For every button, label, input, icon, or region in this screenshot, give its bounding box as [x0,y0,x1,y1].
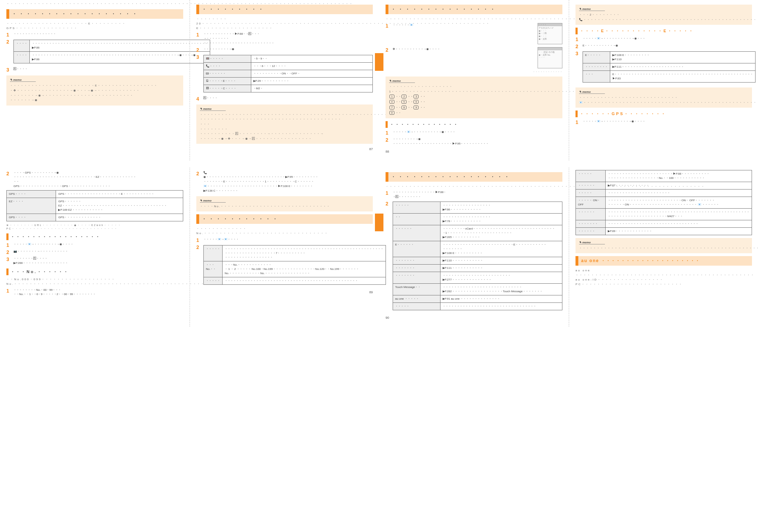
memo-header: memo [579,7,605,11]
step-text: 📷・・・・・・・→・・・・・・・・・・ [13,249,183,255]
step-text: ・・・・・・・・・→◉ [203,47,373,53]
heading-91: ・・・・・・・・・・・・・・・・・ [386,172,562,182]
cell-label: ・・ [393,213,440,225]
memo-body: ・・・・・・・・・・・・・・・・・・・・・・・・・・・・・・・・・・・・・・・・… [200,112,369,141]
page-88-left: ・・・・・・・・・ ・・・・・・・・20・・・・・・・・・・・・・・・・・・・・… [190,0,379,160]
subheading-p89: ・・・・・・・・・・・・・ [386,121,562,128]
cell-value: ▶P.111・・・・・・・・・・・・・・・・・・・・・・ [610,63,756,71]
body-91: ・・・・・・・・・・・・・・・・・・・・・・・・・・・・・・・・・・・・・・・・… [386,185,562,189]
subheading-text: ・・・No.・・・・・・ [11,270,69,274]
cell-value: ・・・・・・・・・・・・・・・・・・・・・・・・・・・・・・・・・・・・・・・・… [606,208,752,220]
step-number: 1 [386,23,391,46]
cell-value: ・・・・・・・・・・・・・・・・・・・・・・・・・・・・・・・・・・・・・・・・… [30,40,210,52]
cell-label: ・・・No.・・ [204,261,223,277]
cell-value: ▶P.111・・・・・・・・・・・ [440,264,562,272]
side-tab [379,53,383,71]
phone-screen-2: ・・ 設定 その他 ◉・太郎 No. ・・・ [538,47,562,68]
cell-label: 📼・・・・・ [204,55,251,62]
cell-label: ・・・・・ [204,277,223,284]
cell-value: E・・・・・・・・・・・・・・・・・・・・・・・・・・・・・・・・・・・・・・・… [610,71,756,83]
step-number: 2 [6,171,11,189]
keypad-key: 6 [414,100,419,104]
step-text: ・・・・・📧→・・・・・・・・・→◉・・・・ [393,130,562,136]
cell-value: ▶P.29・・・・・・・・・・ [251,77,372,85]
memo-p88: memo ・・・・・・・・・・・・・・・・・・・・・・・・・・・・・・・・・・・… [196,104,373,144]
body-auone: au one ・・・・・・・・・・・・・・・・・・・・・・・・・・・・・・・・・… [575,268,752,287]
cell-value: ・・・・・・・・・・・・・・・・・・・・・・・・・・・・ ▶P.282・・・・・… [440,283,562,295]
step-text: ✥・・・・・・・・・・→◉・・・・ [393,47,440,51]
subheading-img: ・・・・・・・・・・・・・・・・・ [6,233,183,240]
cell-label: ・・・・・ [576,170,606,182]
page-88-right: ・・・・・・・・・・・・・・・ ・・・・・・・・・・・・・・・・・・・・・・・・… [379,0,569,160]
step-number: 1 [386,130,391,136]
step-number: 1 [386,190,391,199]
cell-value: ・・・・・・・・・・・・・・・・・・・・・・・・ ▶P.277・・・・・・・・・… [440,272,562,283]
subheading-text: ・・・・E・・・・・・・・・・・E・・・・・ [580,29,694,33]
step-number: 1 [6,242,11,248]
cell-value: ▶P.87・・・・・・・・・・・・ [606,182,752,189]
keypad-key: 4 [389,100,394,104]
memo-92: memo ・・・・・・・・・・・・・・・・・・・・・・・・・・・・・・・・・・・… [575,238,752,254]
keypad-key: 5 [402,100,406,104]
cell-value: ・5・9・・ [251,55,372,62]
options-table-p90a: E・・・・・▶P.108 E・・・・・・・・・ ▶P.110・・・・・・・・▶P… [583,51,756,83]
memo-header: memo [200,107,226,111]
memo-header: memo [200,199,226,203]
memo-p87: memo ・・・・・・・・・・・・・・・・・・・・・・・・E・・・・・・・・・・… [6,75,183,105]
step-number: 2 [6,39,11,66]
step-text: 🅁・・・・ [203,96,373,102]
keypad-key: 0 [389,111,394,115]
step-text: ・・・・GPS・・・・・・・・→◉ ・・・・・・・・・・・・・・・・・・・・・・… [13,171,183,189]
memo-body: ・・・・・・・・・・・・・・・・・・・・・・・・・・・・📧・・・・・・・・・・・… [579,95,748,105]
subheading-p90b: ・・・・・・GPS・・・・・・・・ [575,111,752,117]
step-number: 1 [6,32,11,38]
page-87: ・・・・・・・・・・・・・・・・・・・・・・・・・・・・・・・・・・・・・・・・… [0,0,190,160]
step-number: 2 [196,47,201,53]
cell-value: ▶P.108 E・・・・・・・・・ ▶P.110 [610,52,756,63]
footnote: ※・・・・・・・URL・・・・・・・・・◉・・・・EZweb・・・・・PC・・・… [6,223,183,231]
page-number: 90 [386,316,562,319]
step-text: ・・・・・📧→・・・・・・・・→◉・・・・ [13,242,183,248]
step-number: 1 [6,288,11,297]
step-number: 2 [196,244,201,287]
cell-value: ▶P.110・・・・・・・・・・・ [440,257,562,264]
cell-label: ・・・・・・・ [393,257,440,264]
cell-label: ・・・・ [14,40,30,52]
cell-label: ・・・ [583,71,610,83]
page-number: 88 [386,150,562,153]
memo-body: ・・・・No.・・・・・・・・・・・・・・・・・・・・・・・・・・・・・・・ [200,204,369,209]
cell-value: GPS・・・・・・EZ・・・・・・・・・・・・・・・・・・・・・・・・・・・・・… [56,198,183,214]
screen-titlebar: ・・・・ [538,23,562,26]
step-number: 2 [386,137,391,146]
cell-value: ・・・・・・・・・・・・・・・・・・・・・・・・・・・・・・・・・・・・・・・・… [223,245,386,261]
keypad: 1 ・・2 ・・3 ・・4 ・・5 ・・6 ・・7 ・・8 ・・9 ・・0 ・・ [389,94,559,115]
page-89-bottom: 2・・・・GPS・・・・・・・・→◉ ・・・・・・・・・・・・・・・・・・・・・… [0,168,190,327]
body-90l: ・・・・・・・・・・・・・No.・・・・・・・・・・・・・・・・・・・・・・・・… [196,227,373,236]
cell-label: ・・・・・ [204,245,223,261]
screen-caption: ・・・・・・・・・・・・ [393,70,562,74]
step-number: 1 [196,32,201,45]
subheading-no: ・・・No.・・・・・・ [6,268,183,275]
cell-value: GPS・・・・・・・・・・・・・ [56,214,183,221]
cell-label: GPS・・・・ [7,190,56,198]
cell-value: ・・・・・・・・・・・・・・・・・ ▶P.78・・・・・・・・・・・ [440,213,562,225]
options-table-92: ・・・・・・・・・・・・・・・・・・・・・・・・・・・・▶P.88・・・・・・・… [575,170,752,235]
step-text: ・・・・・📧→📧・・・・ [203,237,373,243]
cell-label: 🖾・・・・・C・・・・ [204,85,251,92]
heading-p87: ・・・・・・・・・・・・・・・・・・ [6,9,183,19]
heading-p88: ・・・・・・・・・ [196,5,373,14]
keypad-key: 1 [389,95,394,98]
step-text: ◉・・・・・・・・・・・・・・・・・・・・・・・・・・・・▶P.95・・・・・・… [203,175,318,192]
body-no: ・・No.000・099・・・・・・・・・・・・・・・・・・・No.・・・・・・… [6,277,183,287]
page-number: 87 [196,147,373,151]
cell-value: ・・・6・・・12・・・・ [251,62,372,70]
step-text: E・・・・・・・・・・→◉ [583,44,752,49]
page-92: ・・・・・・・・・・・・・・・・・・・・・・・・・・・・▶P.88・・・・・・・… [569,168,758,327]
step-text: ・・・・・・・・・・・・・・・ [13,32,183,38]
cell-value: GPS・・・・・・・・・・・・・・・・・・・・E・・・・・・・・・・・ [56,190,183,198]
cell-value: ・・・・・・・・・・・・・・・・・・・・・・・・・・・・・・・・ [606,220,752,227]
cell-label: 🖂・・・・・・ [204,70,251,77]
step-text: ・・・・・📧→・・・・・・・・・→◉・・・・ [583,119,752,125]
cell-label: Touch Message・・ [393,283,440,295]
step-text: ・・・・・・・・→◉ ・・・・・・・・・・・・・・・・・・・・・▶P.95・・・… [393,137,562,146]
